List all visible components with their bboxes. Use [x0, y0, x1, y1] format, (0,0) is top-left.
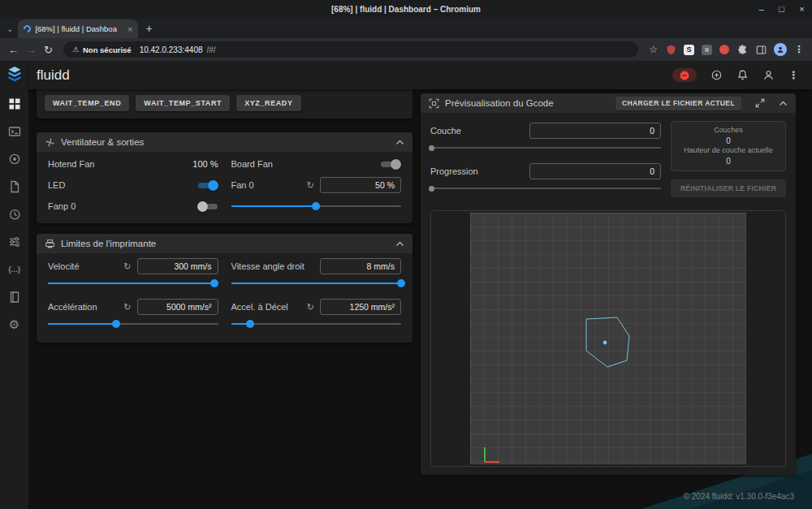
user-icon[interactable]	[762, 69, 775, 81]
browser-toolbar: ← → ↻ ⚠ Non sécurisé 10.42.0.233:4408/#/…	[0, 38, 812, 61]
collapse-chevron-icon[interactable]	[779, 101, 788, 106]
gcode-preview-viewport[interactable]	[430, 210, 786, 467]
layer-input[interactable]: 0	[529, 123, 661, 139]
macro-button-xyz-ready[interactable]: XYZ_READY	[236, 95, 300, 111]
window-minimize-button[interactable]: –	[756, 4, 767, 14]
velocity-value: 300 mm/s	[174, 261, 211, 271]
sidebar-item-macros[interactable]: {…}	[0, 256, 28, 283]
forward-button[interactable]: →	[26, 45, 37, 55]
velocity-reset-icon[interactable]: ↻	[123, 262, 131, 271]
scv-slider[interactable]	[231, 278, 402, 289]
sidebar-item-dashboard[interactable]	[0, 90, 28, 118]
tab-search-chevron-icon[interactable]: ⌄	[6, 24, 13, 33]
footer-version: © 2024 fluidd: v1.30.0-f3e4ac3	[684, 492, 794, 501]
address-bar[interactable]: ⚠ Non sécurisé 10.42.0.233:4408/#/	[63, 41, 638, 58]
macro-button-wait-temp-end[interactable]: WAIT_TEMP_END	[45, 95, 129, 111]
layers-value: 0	[675, 136, 782, 147]
gcode-sliders: Couche 0	[430, 121, 661, 197]
tab-loading-spinner-icon	[23, 24, 33, 34]
sidebar-item-camera[interactable]	[0, 145, 28, 173]
sidebar-item-configure[interactable]	[0, 283, 28, 311]
browser-menu-kebab-icon[interactable]: ⋮	[794, 45, 804, 54]
progress-row: Progression 0	[430, 162, 661, 181]
adblock-shield-icon[interactable]	[665, 44, 676, 55]
sidebar-item-settings[interactable]: ⚙	[0, 311, 28, 339]
load-current-file-button[interactable]: CHARGER LE FICHIER ACTUEL	[615, 97, 741, 110]
accel-to-decel-reset-icon[interactable]: ↻	[307, 303, 314, 312]
url-host: 10.42.0.233:4408	[140, 45, 203, 54]
profile-avatar[interactable]	[774, 43, 787, 56]
accel-to-decel-input[interactable]: 1250 mm/s²	[320, 299, 401, 315]
window-close-button[interactable]: ×	[797, 4, 807, 14]
fanp0-label: Fanp 0	[48, 201, 76, 211]
sidebar: {…} ⚙	[0, 61, 28, 509]
led-row: LED	[48, 175, 218, 196]
reload-button[interactable]: ↻	[44, 45, 53, 55]
tab-close-icon[interactable]: ×	[127, 24, 132, 34]
fan0-slider[interactable]	[231, 201, 402, 212]
fanp0-toggle[interactable]	[197, 201, 218, 212]
collapse-chevron-icon[interactable]	[395, 241, 404, 247]
accel-label: Accélération	[48, 302, 97, 312]
accel-to-decel-control: Accel. à Décel ↻ 1250 mm/s²	[231, 297, 402, 330]
accel-input[interactable]: 5000 mm/s²	[137, 299, 218, 315]
fan0-row: Fan 0 ↻ 50 %	[231, 175, 402, 196]
limits-card: Limites de l'imprimante Velocité	[37, 234, 412, 343]
security-warning-icon[interactable]: ⚠	[72, 45, 79, 54]
scv-input[interactable]: 8 mm/s	[320, 258, 401, 274]
progress-input[interactable]: 0	[529, 163, 661, 179]
browser-tab[interactable]: [68%] | fluidd | Dashboa ×	[18, 19, 138, 38]
extension-gray-icon[interactable]	[702, 45, 712, 55]
tab-strip: ⌄ [68%] | fluidd | Dashboa × +	[0, 18, 812, 38]
fan0-input[interactable]: 50 %	[320, 177, 401, 193]
bookmark-star-icon[interactable]: ☆	[649, 45, 658, 54]
sidebar-item-history[interactable]	[0, 201, 28, 228]
progress-slider[interactable]	[430, 183, 661, 194]
emergency-stop-button[interactable]	[672, 68, 697, 82]
window-title: [68%] | fluidd | Dashboard – Chromium	[331, 5, 481, 14]
sidebar-item-console[interactable]	[0, 118, 28, 145]
scv-value: 8 mm/s	[367, 261, 395, 271]
new-tab-button[interactable]: +	[145, 22, 152, 35]
accel-slider[interactable]	[48, 318, 218, 330]
extensions-puzzle-icon[interactable]	[736, 44, 748, 55]
led-toggle[interactable]	[197, 180, 218, 191]
limits-card-title: Limites de l'imprimante	[61, 239, 156, 248]
fan0-slider-row	[231, 196, 402, 217]
led-label: LED	[48, 180, 65, 190]
extension-record-icon[interactable]	[719, 45, 729, 54]
gcode-card-header[interactable]: Prévisualisation du Gcode CHARGER LE FIC…	[421, 93, 796, 113]
window-maximize-button[interactable]: □	[776, 4, 787, 14]
limits-card-header[interactable]: Limites de l'imprimante	[37, 234, 412, 253]
velocity-input[interactable]: 300 mm/s	[137, 258, 218, 274]
extension-s-icon[interactable]: S	[684, 45, 694, 55]
accel-to-decel-slider[interactable]	[231, 318, 402, 330]
reset-file-button[interactable]: RÉINITIALISER LE FICHIER	[671, 179, 786, 197]
velocity-slider[interactable]	[48, 278, 218, 289]
notifications-bell-icon[interactable]	[736, 69, 749, 81]
side-panel-icon[interactable]	[755, 44, 767, 55]
sidebar-item-tune[interactable]	[0, 228, 28, 256]
hotend-fan-value: 100 %	[192, 159, 218, 169]
layer-label: Couche	[430, 126, 529, 136]
board-fan-row: Board Fan	[231, 153, 402, 175]
board-fan-label: Board Fan	[231, 159, 273, 169]
fans-card-header[interactable]: Ventilateur & sorties	[37, 132, 412, 152]
accel-value: 5000 mm/s²	[166, 302, 211, 312]
fluidd-app: {…} ⚙ fluidd	[0, 61, 812, 509]
add-circle-icon[interactable]	[710, 69, 723, 81]
collapse-chevron-icon[interactable]	[395, 140, 404, 145]
board-fan-toggle[interactable]	[380, 159, 401, 170]
app-menu-kebab-icon[interactable]: ⋮	[788, 69, 799, 81]
sidebar-item-jobs[interactable]	[0, 173, 28, 201]
fluidd-logo[interactable]	[6, 67, 23, 82]
fan0-reset-icon[interactable]: ↻	[307, 181, 314, 190]
layer-value: 0	[650, 126, 654, 136]
scv-control: Vitesse angle droit 8 mm/s	[231, 257, 402, 289]
accel-reset-icon[interactable]: ↻	[123, 303, 131, 312]
back-button[interactable]: ←	[8, 45, 19, 55]
macro-button-wait-temp-start[interactable]: WAIT_TEMP_START	[136, 95, 230, 111]
layer-slider[interactable]	[430, 142, 661, 153]
fullscreen-expand-icon[interactable]	[755, 98, 765, 108]
window-titlebar: [68%] | fluidd | Dashboard – Chromium – …	[0, 0, 812, 18]
